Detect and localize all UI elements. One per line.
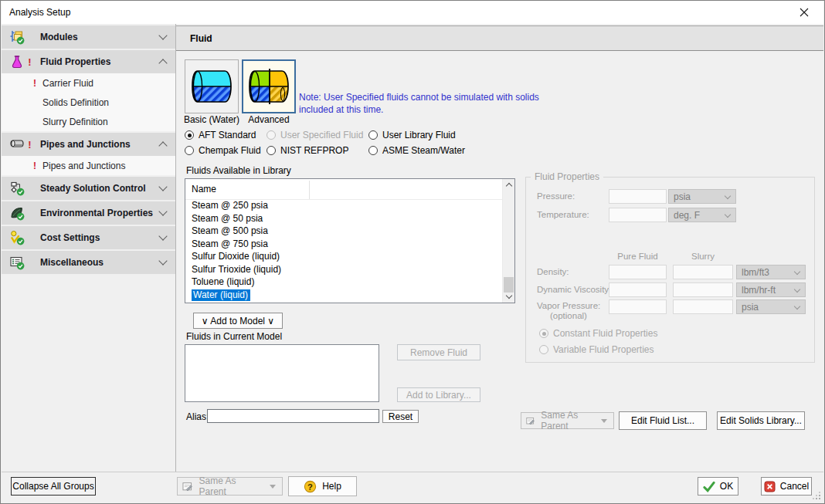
pressure-unit-select[interactable]: psia [668,189,736,204]
list-item[interactable]: Steam @ 250 psia [185,199,514,212]
sidebar-group-environmental-properties[interactable]: Environmental Properties [2,201,175,225]
column-divider[interactable] [309,181,310,199]
pipe-icon [9,137,25,152]
title-bar: Analysis Setup [2,1,823,24]
advanced-fluid-icon [247,69,290,104]
temperature-input[interactable] [609,208,667,222]
radio-aft-standard[interactable]: AFT Standard [185,130,256,140]
help-icon: ? [304,480,317,493]
radio-user-library-fluid[interactable]: User Library Fluid [368,130,456,140]
density-unit-select[interactable]: lbm/ft3 [736,265,806,279]
sidebar-group-label: Cost Settings [40,232,100,243]
radio-label: ASME Steam/Water [382,145,465,156]
chevron-down-icon [158,182,167,191]
scroll-thumb[interactable] [504,277,514,293]
sidebar-group-cost-settings[interactable]: Cost Settings [2,226,175,249]
chevron-down-icon [794,303,800,310]
help-button[interactable]: ? Help [288,476,357,496]
list-item[interactable]: Steam @ 750 psia [185,238,514,251]
sidebar-group-label: Pipes and Junctions [40,139,131,150]
radio-icon [539,329,548,338]
list-item[interactable]: Sulfur Dioxide (liquid) [185,250,514,263]
sidebar-item-label: Carrier Fluid [42,78,93,89]
window-title: Analysis Setup [9,7,70,18]
close-button[interactable] [793,4,816,21]
list-item-selected[interactable]: Water (liquid) [185,289,514,302]
vapor-unit-select[interactable]: psia [736,299,806,314]
column-header-label: Name [192,184,216,194]
radio-variable-fluid-properties[interactable]: Variable Fluid Properties [539,344,654,355]
sidebar-item-slurry-definition[interactable]: Slurry Definition [2,112,175,131]
scroll-down-button[interactable] [503,291,514,303]
sidebar-item-carrier-fluid[interactable]: ! Carrier Fluid [2,73,175,93]
viscosity-slurry-input[interactable] [673,282,733,297]
edit-solids-library-label: Edit Solids Library... [720,415,802,426]
sidebar: Modules ! Fluid Properties ! Carrier Flu… [2,24,176,473]
radio-asme-steam-water[interactable]: ASME Steam/Water [368,145,465,156]
density-pure-input[interactable] [609,265,667,279]
list-header-name[interactable]: Name [185,179,514,199]
dropdown-arrow-icon [270,485,276,489]
same-as-parent-footer-button[interactable]: Same As Parent [177,477,283,496]
cancel-button[interactable]: Cancel [761,477,812,496]
sidebar-group-pipes-and-junctions[interactable]: ! Pipes and Junctions [2,133,175,156]
list-item[interactable]: Steam @ 500 psia [185,225,514,238]
alias-input[interactable] [207,409,379,423]
warning-icon: ! [25,139,35,151]
sidebar-group-fluid-properties[interactable]: ! Fluid Properties [2,50,175,73]
vapor-pure-input[interactable] [609,299,667,314]
scroll-up-button[interactable] [503,179,514,191]
edit-solids-library-button[interactable]: Edit Solids Library... [717,411,805,430]
list-item[interactable]: Steam @ 50 psia [185,212,514,225]
radio-user-specified-fluid[interactable]: User Specified Fluid [267,130,363,140]
scrollbar[interactable] [502,179,514,303]
pressure-input[interactable] [609,189,667,204]
flask-icon [9,54,25,69]
list-item[interactable]: Toluene (liquid) [185,276,514,289]
sidebar-group-steady-solution-control[interactable]: Steady Solution Control [2,177,175,200]
sidebar-item-label: Solids Definition [42,97,109,108]
sidebar-item-solids-definition[interactable]: Solids Definition [2,93,175,112]
sidebar-group-modules[interactable]: Modules [2,25,175,49]
fluids-in-current-model-list[interactable] [185,344,379,402]
radio-nist-refprop[interactable]: NIST REFPROP [267,145,348,156]
modules-icon [9,29,25,45]
temperature-unit-select[interactable]: deg. F [668,208,736,222]
radio-icon [368,130,378,140]
add-to-library-button[interactable]: Add to Library... [397,387,480,402]
sidebar-item-pipes-and-junctions[interactable]: ! Pipes and Junctions [2,156,175,175]
sidebar-group-miscellaneous[interactable]: Miscellaneous [2,251,175,274]
chevron-down-icon [158,232,167,240]
vapor-slurry-input[interactable] [673,299,733,314]
viscosity-pure-input[interactable] [609,282,667,297]
edit-fluid-list-button[interactable]: Edit Fluid List... [619,411,707,430]
note-text: Note: User Specified fluids cannot be si… [299,92,565,116]
header-divider [185,199,502,200]
remove-fluid-button[interactable]: Remove Fluid [397,344,480,360]
ok-button[interactable]: OK [698,477,738,496]
fluid-model-advanced-label: Advanced [234,114,304,125]
add-to-model-button[interactable]: ∨ Add to Model ∨ [193,313,283,329]
collapse-all-groups-button[interactable]: Collapse All Groups [11,477,96,496]
radio-label: AFT Standard [199,130,256,140]
chevron-down-icon [158,256,167,265]
fluid-model-basic-button[interactable] [185,59,239,113]
basic-water-icon [190,69,233,104]
radio-icon [267,146,276,155]
ok-label: OK [720,481,733,492]
sidebar-group-label: Environmental Properties [40,208,153,218]
viscosity-unit-select[interactable]: lbm/hr-ft [736,282,806,297]
radio-constant-fluid-properties[interactable]: Constant Fluid Properties [539,328,657,339]
radio-icon [539,345,548,354]
fluid-model-advanced-button[interactable] [242,59,296,113]
reset-button[interactable]: Reset [382,410,419,423]
same-as-parent-button[interactable]: Same As Parent [521,412,614,429]
density-slurry-input[interactable] [673,265,733,279]
list-item[interactable]: Sulfur Trioxide (liquid) [185,263,514,276]
analysis-setup-dialog: Analysis Setup Modules [0,0,825,504]
radio-icon [267,130,276,140]
radio-chempak-fluid[interactable]: Chempak Fluid [185,145,261,156]
unit-value: lbm/ft3 [742,267,769,278]
chevron-down-icon [794,286,800,293]
resize-grip[interactable] [819,498,820,499]
